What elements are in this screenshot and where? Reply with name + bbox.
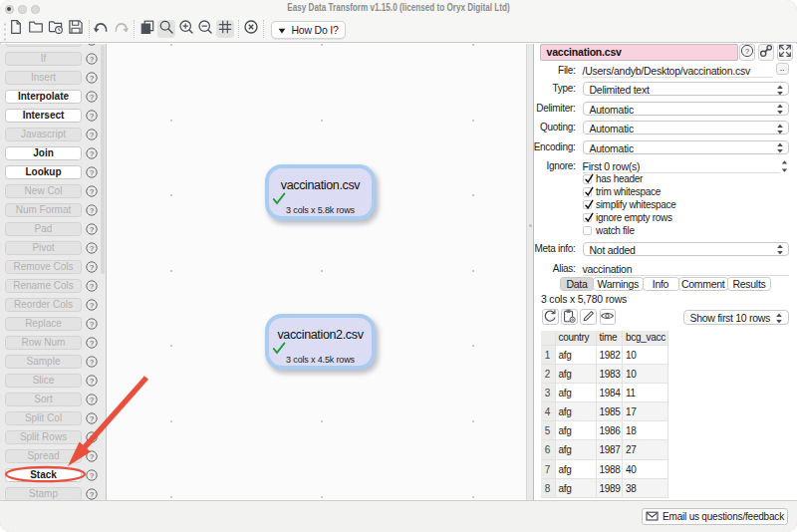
table-row[interactable]: 3afg198411 [541,384,669,402]
folder-open-button[interactable] [27,20,45,38]
minimize-button[interactable] [18,5,27,14]
refresh-button[interactable] [542,309,559,325]
table-col-header[interactable]: bcg_vacc [623,331,668,346]
checkbox-row[interactable]: simplify whitespace [583,198,676,211]
save-button[interactable] [67,20,85,38]
node-name-field[interactable]: vaccination.csv [540,44,738,61]
table-row[interactable]: 4afg198517 [541,402,669,421]
tab-comment[interactable]: Comment [678,277,729,291]
question-circle-icon[interactable]: ? [86,221,98,233]
checkbox-checked[interactable] [583,200,593,210]
zoom-in-button[interactable] [177,20,195,38]
link-nodes-button[interactable] [758,44,775,61]
ignore-rows-input[interactable]: First 0 row(s) [583,159,780,173]
table-cell: afg [556,421,597,440]
transform-intersect-button[interactable]: Intersect [5,109,82,123]
question-circle-icon[interactable]: ? [86,240,98,252]
question-circle-icon[interactable]: ? [86,89,98,101]
flow-canvas[interactable]: vaccination.csv3 cols x 5.8k rowsvaccina… [108,44,526,500]
table-row[interactable]: 7afg198840 [541,460,669,479]
transform-lookup-button[interactable]: Lookup [5,165,82,179]
file-path-input[interactable]: /Users/andyb/Desktop/vaccination.csv.. [583,64,773,78]
question-circle-icon[interactable]: ? [86,108,98,120]
checkbox-unchecked[interactable] [583,226,593,236]
checkbox-row[interactable]: trim whitespace [583,185,661,198]
email-feedback-button[interactable]: Email us questions/feedback [642,508,788,525]
quoting-select[interactable]: Automatic [583,121,789,134]
question-circle-icon[interactable]: ? [86,202,98,214]
eye-button[interactable] [600,309,617,325]
alias-input[interactable]: vaccination [583,262,789,276]
clipboard-button[interactable] [561,309,578,325]
question-circle-icon[interactable]: ? [86,316,98,328]
remove-button[interactable] [242,20,260,38]
grid-snap-button[interactable] [216,20,234,38]
help-circle-button[interactable]: ? [739,44,755,61]
question-circle-icon[interactable]: ? [86,51,98,63]
checkbox-checked[interactable] [583,174,593,184]
question-circle-icon[interactable]: ? [86,392,98,403]
transform-interpolate-button[interactable]: Interpolate [5,90,82,104]
tab-info[interactable]: Info [643,277,679,291]
grid-dot [170,270,172,272]
question-circle-icon[interactable]: ? [86,297,98,309]
type-select[interactable]: Delimited text [583,82,789,96]
question-circle-icon[interactable]: ? [86,467,98,479]
tab-warnings[interactable]: Warnings [593,277,644,291]
checkbox-row[interactable]: watch file [583,224,635,237]
table-row[interactable]: 8afg198938 [541,479,669,498]
browse-file-button[interactable]: .. [776,63,789,75]
transform-join-button[interactable]: Join [5,146,82,160]
show-rows-select[interactable]: Show first 10 rows [683,310,789,326]
question-circle-icon[interactable]: ? [86,410,98,422]
redo-button[interactable] [112,20,130,38]
table-row[interactable]: 5afg198618 [541,421,669,440]
pencil-button[interactable] [580,309,597,325]
meta-info-select[interactable]: Not added [583,242,789,256]
checkbox-checked[interactable] [583,213,593,223]
svg-text:?: ? [90,168,94,177]
question-circle-icon[interactable]: ? [86,486,98,498]
question-circle-icon[interactable]: ? [86,278,98,290]
zoom-out-button[interactable] [196,20,214,38]
checkbox-row[interactable]: has header [583,173,644,186]
question-circle-icon[interactable]: ? [86,354,98,366]
encoding-select[interactable]: Automatic [583,140,789,154]
question-circle-icon[interactable]: ? [86,164,98,176]
sidebar-row: Replace? [0,314,106,333]
delimiter-select[interactable]: Automatic [583,102,789,116]
checkbox-checked[interactable] [583,187,593,197]
file-new-button[interactable] [7,20,25,38]
transform-remove-cols-button: Remove Cols [5,260,82,274]
question-circle-icon[interactable]: ? [86,145,98,157]
table-col-header[interactable]: time [597,331,624,346]
question-circle-icon[interactable]: ? [86,335,98,347]
tab-data[interactable]: Data [560,277,594,291]
checkbox-row[interactable]: ignore empty rows [583,211,672,224]
question-circle-icon[interactable]: ? [86,448,98,460]
question-circle-icon[interactable]: ? [86,127,98,138]
input-node[interactable]: vaccination.csv3 cols x 5.8k rows [265,164,376,220]
input-node[interactable]: vaccination2.csv3 cols x 4.5k rows [265,314,376,370]
table-row[interactable]: 2afg198310 [541,365,669,384]
tab-results[interactable]: Results [727,277,771,291]
folder-recent-button[interactable] [47,20,65,38]
how-do-i-button[interactable]: How Do I? [271,21,346,39]
question-circle-icon[interactable]: ? [86,373,98,385]
spinner-icon[interactable] [780,159,789,176]
question-circle-icon[interactable]: ? [86,70,98,82]
table-col-header[interactable]: country [556,331,597,346]
select-magnifier-button[interactable] [157,20,175,38]
question-circle-icon[interactable]: ? [86,259,98,271]
expand-panel-button[interactable] [777,44,793,61]
close-button[interactable] [5,5,14,14]
table-row[interactable]: 1afg198210 [541,346,669,365]
table-row[interactable]: 6afg198727 [541,440,669,459]
copy-button[interactable] [138,20,156,38]
maximize-button[interactable] [31,5,40,14]
svg-text:?: ? [90,149,94,158]
undo-button[interactable] [92,20,110,38]
question-circle-icon[interactable]: ? [86,429,98,441]
transform-stack-button[interactable]: Stack [5,468,82,482]
question-circle-icon[interactable]: ? [86,183,98,195]
